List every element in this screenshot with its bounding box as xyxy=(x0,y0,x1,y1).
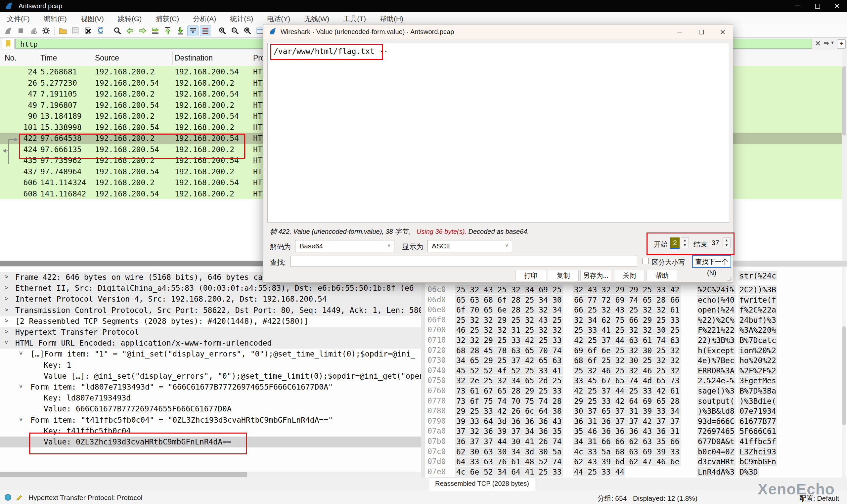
capture-options-gear-icon[interactable] xyxy=(40,25,52,36)
detail-line[interactable]: >Ethernet II, Src: DigitalChina_a4:55:83… xyxy=(0,283,421,294)
go-forward-icon[interactable] xyxy=(137,25,148,36)
show-as-select[interactable]: ASCII˅ xyxy=(427,240,512,252)
expander-icon[interactable]: > xyxy=(5,284,8,291)
hex-row[interactable]: 074045 52 52 4f 52 25 33 4125 32 46 25 3… xyxy=(425,365,847,376)
menu-item-8[interactable]: 无线(W) xyxy=(297,12,336,24)
end-spinner-arrows[interactable]: ▲▼ xyxy=(723,237,730,248)
hex-row[interactable]: 07b036 37 37 44 30 41 26 7434 31 66 66 6… xyxy=(425,436,847,447)
expander-icon[interactable]: > xyxy=(5,273,8,280)
menu-item-3[interactable]: 跳转(G) xyxy=(111,12,148,24)
capture-start-icon[interactable] xyxy=(3,25,14,36)
menu-item-2[interactable]: 视图(V) xyxy=(74,12,111,24)
filter-apply-icon[interactable] xyxy=(823,40,830,47)
menu-item-1[interactable]: 编辑(E) xyxy=(37,12,74,24)
column-separator[interactable] xyxy=(38,52,38,65)
hex-row[interactable]: 06e06f 70 65 6e 28 25 32 3466 25 32 43 2… xyxy=(425,305,847,315)
go-top-icon[interactable] xyxy=(162,25,173,36)
copy-button[interactable]: 复制 xyxy=(548,270,579,282)
menu-item-0[interactable]: 文件(F) xyxy=(0,12,37,24)
column-header-no[interactable]: No. xyxy=(5,54,17,62)
dialog-maximize-button[interactable] xyxy=(691,24,711,39)
column-separator[interactable] xyxy=(93,52,93,65)
hex-row[interactable]: 07c062 30 63 30 34 3d 30 5a4c 33 5a 68 6… xyxy=(425,447,847,457)
filter-bookmark-icon[interactable] xyxy=(2,39,15,49)
help-button[interactable]: 帮助 xyxy=(647,270,677,282)
hex-row[interactable]: 07a037 32 36 39 37 34 36 3535 46 36 36 3… xyxy=(425,426,847,436)
hex-row[interactable]: 075032 2e 25 32 34 65 2d 2533 45 67 65 7… xyxy=(425,375,847,385)
expander-icon[interactable]: > xyxy=(5,295,8,302)
zoom-in-icon[interactable] xyxy=(217,25,228,36)
menu-item-5[interactable]: 分析(A) xyxy=(186,12,223,24)
file-save-icon[interactable] xyxy=(70,25,81,36)
go-to-packet-icon[interactable] xyxy=(149,25,161,36)
bytes-vscrollbar[interactable] xyxy=(842,267,846,478)
menu-item-10[interactable]: 帮助(H) xyxy=(373,12,410,24)
close-button[interactable] xyxy=(827,0,847,12)
column-header-source[interactable]: Source xyxy=(95,54,119,62)
detail-line[interactable]: >Form item: "ld807e7193493d" = "666C6167… xyxy=(0,382,421,393)
dialog-close-button[interactable] xyxy=(712,24,733,39)
reassembled-tcp-tab[interactable]: Reassembled TCP (2028 bytes) xyxy=(429,478,535,492)
detail-line[interactable]: >Hypertext Transfer Protocol xyxy=(0,327,421,338)
pane-splitter[interactable] xyxy=(421,267,425,478)
decode-as-select[interactable]: Base64˅ xyxy=(295,240,394,252)
find-packet-icon[interactable] xyxy=(112,25,123,36)
detail-line[interactable]: Value: 666C61677B77726974655F666C61677D0… xyxy=(0,403,421,414)
expert-info-icon[interactable] xyxy=(5,494,11,501)
save-as-button[interactable]: 另存为... xyxy=(580,270,611,282)
resize-grip[interactable] xyxy=(727,277,732,282)
expander-icon[interactable]: > xyxy=(5,328,8,335)
column-separator[interactable] xyxy=(172,52,173,65)
hex-row[interactable]: 06c025 32 43 25 32 34 69 2532 43 32 29 2… xyxy=(425,284,847,295)
start-spinner-value[interactable]: 2 xyxy=(670,237,680,249)
print-button[interactable]: 打印 xyxy=(515,270,546,282)
detail-line[interactable]: Key: 1 xyxy=(0,360,421,371)
expander-icon[interactable]: > xyxy=(3,340,10,344)
detail-line[interactable]: Value […]: @ini_set("display_errors", "0… xyxy=(0,371,421,382)
decoded-bytes-view[interactable]: /var/www/html/flag.txt ·· xyxy=(267,43,729,222)
detail-line[interactable]: >[2 Reassembled TCP Segments (2028 bytes… xyxy=(0,316,421,327)
menu-item-9[interactable]: 工具(T) xyxy=(336,12,373,24)
hex-row[interactable]: 078029 25 33 42 26 6c 64 3830 37 65 37 3… xyxy=(425,406,847,416)
expander-icon[interactable]: > xyxy=(18,417,25,421)
details-hscrollbar[interactable] xyxy=(0,472,421,478)
detail-line[interactable]: >[…]Form item: "1" = "@ini_set("display_… xyxy=(0,348,421,359)
close-dialog-button[interactable]: 关闭 xyxy=(614,270,645,282)
expander-icon[interactable]: > xyxy=(18,384,25,388)
hex-row[interactable]: 071032 32 29 25 33 42 25 3342 25 37 44 6… xyxy=(425,335,847,345)
detail-line[interactable]: >Transmission Control Protocol, Src Port… xyxy=(0,305,421,316)
filter-add-button[interactable]: + xyxy=(837,39,846,49)
case-sensitive-checkbox[interactable] xyxy=(642,258,649,264)
hex-row[interactable]: 072068 28 45 78 63 65 70 7469 6f 6e 25 3… xyxy=(425,345,847,356)
maximize-button[interactable] xyxy=(807,0,827,12)
go-back-icon[interactable] xyxy=(124,25,136,36)
detail-line-selected[interactable]: Value: 0ZL3Zhci93d3cvaHRtbC9mbGFnLnR4dA=… xyxy=(0,436,421,447)
auto-scroll-icon[interactable] xyxy=(187,25,198,36)
hex-row[interactable]: 077073 6f 75 74 70 75 74 2829 25 33 42 6… xyxy=(425,396,847,406)
find-next-button[interactable]: 查找下一个(N) xyxy=(692,255,731,268)
filter-clear-icon[interactable] xyxy=(815,40,822,47)
file-open-folder-icon[interactable] xyxy=(57,25,69,36)
detail-line[interactable]: >Form item: "t41ffbc5fb0c04" = "0ZL3Zhci… xyxy=(0,415,421,426)
column-header-time[interactable]: Time xyxy=(40,54,57,62)
hex-row[interactable]: 070046 25 32 32 31 25 32 3225 33 41 25 3… xyxy=(425,325,847,335)
dialog-minimize-button[interactable] xyxy=(669,24,690,39)
file-close-icon[interactable] xyxy=(82,25,94,36)
menu-item-6[interactable]: 统计(S) xyxy=(223,12,260,24)
expander-icon[interactable]: > xyxy=(5,306,8,313)
colorize-packets-icon[interactable] xyxy=(200,25,211,36)
find-input[interactable] xyxy=(290,256,637,267)
zoom-reset-icon[interactable] xyxy=(242,25,253,36)
hex-row[interactable]: 07e04c 6e 52 34 64 41 25 3344 25 33 44Ln… xyxy=(425,467,847,477)
capture-comment-pencil-icon[interactable] xyxy=(15,494,23,503)
column-separator[interactable] xyxy=(251,52,251,65)
capture-restart-icon[interactable] xyxy=(28,25,39,36)
end-spinner-value[interactable]: 37 xyxy=(709,237,721,248)
packet-list-vscrollbar[interactable] xyxy=(842,50,847,260)
menu-item-4[interactable]: 捕获(C) xyxy=(148,12,186,24)
zoom-out-icon[interactable] xyxy=(229,25,241,36)
hex-row[interactable]: 076073 61 67 65 28 29 25 3342 25 37 44 2… xyxy=(425,385,847,396)
hex-row[interactable]: 06d065 63 68 6f 28 25 34 3066 77 72 69 7… xyxy=(425,295,847,305)
hex-row[interactable]: 07d064 33 63 76 61 48 52 7462 43 39 6d 6… xyxy=(425,456,847,467)
detail-line[interactable]: >Internet Protocol Version 4, Src: 192.1… xyxy=(0,294,421,305)
